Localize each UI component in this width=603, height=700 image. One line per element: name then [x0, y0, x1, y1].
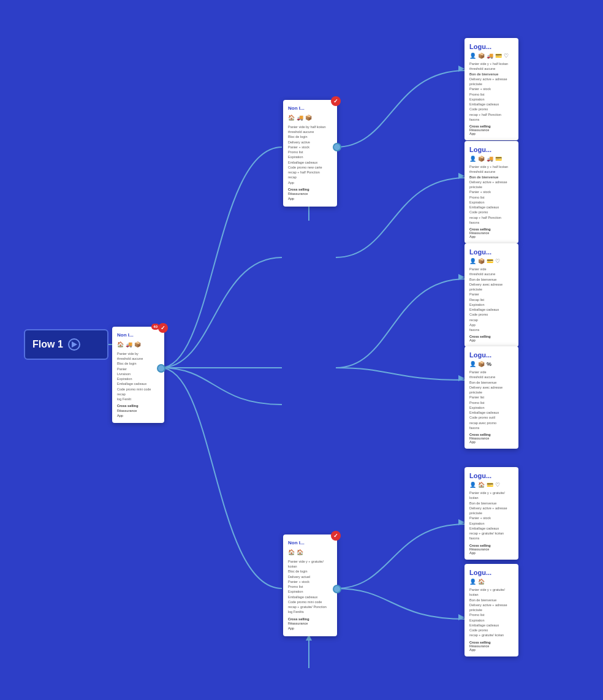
- logu2-icons: 👤 📦 🚚 💳: [469, 156, 514, 162]
- top-node-section: Cross sellingRéassuranceApp: [288, 188, 332, 202]
- svg-marker-2: [458, 274, 465, 280]
- logu4-section: Cross sellingRéassuranceApp: [469, 433, 514, 444]
- check-badge: ✓: [158, 323, 168, 333]
- logu1-text: Panier vide y + half kcéanthreshold aucu…: [469, 61, 514, 122]
- bottom-node-title: Non I...: [288, 539, 332, 546]
- home-icon2: 🏠: [297, 549, 303, 557]
- bottom-node-text: Panier vide y + gratuite/ kcéanBloc de l…: [288, 559, 332, 615]
- top-node-title: Non I...: [288, 105, 332, 112]
- heart-icon5: ♡: [495, 482, 500, 488]
- top-node-card[interactable]: ✓ Non I... 🏠 🚚 📦 Panier vide by half kcé…: [283, 100, 337, 207]
- logu5-text: Panier vide y + gratuite/ kcéanBon de bi…: [469, 490, 514, 541]
- truck-icon: 🚚: [297, 114, 303, 122]
- home-icon: 🏠: [117, 341, 124, 349]
- logu5-title: Logu...: [469, 472, 514, 479]
- logu-card-6[interactable]: Logu... 👤 🏠 Panier vide y + gratuite/ kc…: [465, 564, 518, 656]
- logu3-text: Panier videthreshold aucuneBon de bienve…: [469, 267, 514, 332]
- box-icon: 📦: [478, 53, 485, 59]
- logu3-section: Cross sellingApp: [469, 335, 514, 342]
- logu5-icons: 👤 🏠 💳 ♡: [469, 482, 514, 488]
- play-button[interactable]: [68, 338, 80, 351]
- main-node-connector[interactable]: [157, 364, 165, 373]
- box-icon: 📦: [134, 341, 141, 349]
- logu2-section: Cross sellingRéassuranceApp: [469, 227, 514, 238]
- percent-icon: %: [487, 361, 491, 367]
- user-icon4: 👤: [469, 361, 476, 367]
- svg-marker-1: [458, 173, 465, 179]
- logu-card-4[interactable]: Logu... 👤 📦 % Panier videthreshold aucun…: [465, 346, 518, 449]
- node-title: Non I...: [117, 332, 159, 338]
- check-badge-bottom: ✓: [331, 531, 341, 541]
- play-icon: [72, 341, 77, 348]
- node-section: Cross sellingRéassuranceApp: [117, 404, 159, 418]
- bottom-node-section: Cross sellingRéassuranceApp: [288, 617, 332, 631]
- user-icon2: 👤: [469, 156, 476, 162]
- logu-card-1[interactable]: Logu... 👤 📦 🚚 💳 ♡ Panier vide y + half k…: [465, 38, 518, 140]
- logu4-text: Panier videthreshold aucuneBon de bienve…: [469, 370, 514, 430]
- logu5-section: Cross sellingRéassuranceApp: [469, 544, 514, 555]
- box-icon4: 📦: [478, 361, 485, 367]
- user-icon: 👤: [469, 53, 476, 59]
- truck-icon2: 🚚: [487, 156, 493, 162]
- flow-label-text: Flow 1: [32, 339, 63, 350]
- logu1-icons: 👤 📦 🚚 💳 ♡: [469, 53, 514, 59]
- user-icon5: 👤: [469, 482, 476, 488]
- truck-icon: 🚚: [126, 341, 132, 349]
- flow-label: Flow 1: [24, 329, 108, 360]
- svg-marker-0: [458, 66, 465, 72]
- home-icon1: 🏠: [288, 549, 295, 557]
- bottom-node-connector[interactable]: [333, 585, 341, 593]
- card-icon2: 💳: [495, 156, 502, 162]
- logu-card-2[interactable]: Logu... 👤 📦 🚚 💳 Panier vide y + half kcé…: [465, 141, 518, 243]
- svg-marker-5: [458, 614, 465, 620]
- logu4-title: Logu...: [469, 351, 514, 359]
- logu1-section: Cross sellingRéassuranceApp: [469, 124, 514, 135]
- box-icon2: 📦: [478, 156, 485, 162]
- logu4-icons: 👤 📦 %: [469, 361, 514, 367]
- logu2-title: Logu...: [469, 146, 514, 153]
- node-text: Panier vide bythreshold aucuneBloc de lo…: [117, 351, 159, 402]
- home-icon5: 🏠: [478, 482, 485, 488]
- user-icon3: 👤: [469, 258, 476, 264]
- logu6-title: Logu...: [469, 569, 514, 576]
- main-node-card[interactable]: ✓ 40 Non I... 🏠 🚚 📦 Panier vide bythresh…: [112, 327, 164, 423]
- home-icon: 🏠: [288, 114, 295, 122]
- heart-icon3: ♡: [495, 258, 500, 264]
- svg-marker-3: [458, 375, 465, 381]
- logu2-text: Panier vide y + half kcéanthreshold aucu…: [469, 164, 514, 225]
- num-badge: 40: [151, 324, 159, 330]
- bottom-node-icons: 🏠 🏠: [288, 549, 332, 557]
- heart-icon: ♡: [504, 53, 509, 59]
- logu1-title: Logu...: [469, 43, 514, 50]
- logu6-text: Panier vide y + gratuite/ kcéanBon de bi…: [469, 587, 514, 638]
- logu3-icons: 👤 📦 💳 ♡: [469, 258, 514, 264]
- svg-marker-4: [458, 519, 465, 525]
- logu-card-3[interactable]: Logu... 👤 📦 💳 ♡ Panier videthreshold auc…: [465, 243, 518, 347]
- box-icon3: 📦: [478, 258, 485, 264]
- check-badge-top: ✓: [331, 96, 341, 106]
- logu6-icons: 👤 🏠: [469, 579, 514, 585]
- logu-card-5[interactable]: Logu... 👤 🏠 💳 ♡ Panier vide y + gratuite…: [465, 467, 518, 560]
- node-icons: 🏠 🚚 📦: [117, 341, 159, 349]
- bottom-node-card[interactable]: ✓ Non I... 🏠 🏠 Panier vide y + gratuite/…: [283, 535, 337, 636]
- top-node-connector[interactable]: [333, 143, 341, 151]
- box-icon: 📦: [305, 114, 312, 122]
- logu6-section: Cross sellingRéassuranceApp: [469, 641, 514, 652]
- user-icon6: 👤: [469, 579, 476, 585]
- truck-icon: 🚚: [487, 53, 493, 59]
- logu3-title: Logu...: [469, 248, 514, 256]
- card-icon5: 💳: [487, 482, 493, 488]
- card-icon: 💳: [495, 53, 502, 59]
- home-icon6: 🏠: [478, 579, 485, 585]
- top-node-text: Panier vide by half kcéanthreshold aucun…: [288, 124, 332, 185]
- card-icon3: 💳: [487, 258, 493, 264]
- top-node-icons: 🏠 🚚 📦: [288, 114, 332, 122]
